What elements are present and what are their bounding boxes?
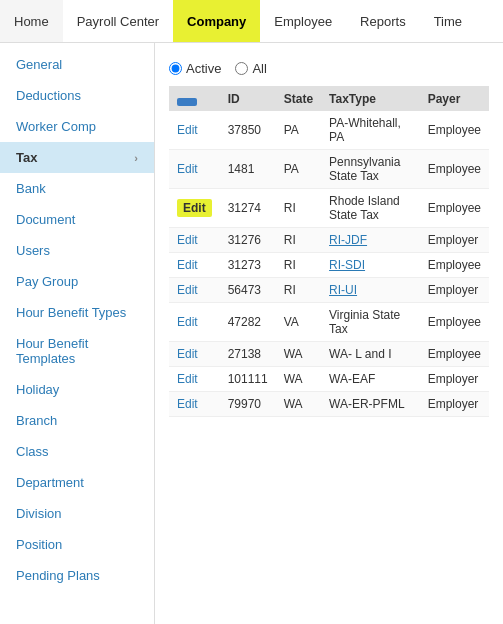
sidebar-item-position[interactable]: Position — [0, 529, 154, 560]
table-row: Edit56473RIRI-UIEmployer — [169, 278, 489, 303]
edit-button-row-8[interactable]: Edit — [177, 372, 198, 386]
sidebar-item-branch[interactable]: Branch — [0, 405, 154, 436]
sidebar-item-hour-benefit-templates[interactable]: Hour Benefit Templates — [0, 328, 154, 374]
sidebar-item-label: Department — [16, 475, 84, 490]
table-cell-id: 101111 — [220, 367, 276, 392]
table-row: Edit27138WAWA- L and IEmployee — [169, 342, 489, 367]
sidebar-item-general[interactable]: General — [0, 49, 154, 80]
edit-button-row-3[interactable]: Edit — [177, 233, 198, 247]
sidebar-item-department[interactable]: Department — [0, 467, 154, 498]
sidebar-item-label: Pending Plans — [16, 568, 100, 583]
table-cell-payer: Employer — [420, 228, 489, 253]
table-cell-id: 27138 — [220, 342, 276, 367]
table-cell-taxtype: Rhode Island State Tax — [321, 189, 420, 228]
table-header-row: ID State TaxType Payer — [169, 86, 489, 111]
table-cell-edit: Edit — [169, 278, 220, 303]
edit-button-row-7[interactable]: Edit — [177, 347, 198, 361]
table-cell-id: 79970 — [220, 392, 276, 417]
table-cell-edit: Edit — [169, 150, 220, 189]
tax-table: ID State TaxType Payer Edit37850PAPA-Whi… — [169, 86, 489, 417]
edit-button-row-1[interactable]: Edit — [177, 162, 198, 176]
top-nav-item-employee[interactable]: Employee — [260, 0, 346, 42]
table-cell-state: RI — [276, 278, 321, 303]
filter-active-label[interactable]: Active — [169, 61, 221, 76]
table-row: Edit31274RIRhode Island State TaxEmploye… — [169, 189, 489, 228]
table-cell-taxtype: PA-Whitehall, PA — [321, 111, 420, 150]
col-header-state: State — [276, 86, 321, 111]
top-nav-item-time[interactable]: Time — [420, 0, 476, 42]
top-nav-item-company[interactable]: Company — [173, 0, 260, 42]
table-cell-state: RI — [276, 189, 321, 228]
sidebar-item-holiday[interactable]: Holiday — [0, 374, 154, 405]
sidebar-item-label: Position — [16, 537, 62, 552]
table-cell-taxtype: WA- L and I — [321, 342, 420, 367]
table-cell-taxtype: WA-EAF — [321, 367, 420, 392]
sidebar-item-class[interactable]: Class — [0, 436, 154, 467]
col-header-id: ID — [220, 86, 276, 111]
table-cell-state: RI — [276, 228, 321, 253]
edit-button-row-0[interactable]: Edit — [177, 123, 198, 137]
edit-button-row-9[interactable]: Edit — [177, 397, 198, 411]
sidebar-item-pay-group[interactable]: Pay Group — [0, 266, 154, 297]
sidebar-item-label: Pay Group — [16, 274, 78, 289]
sidebar-item-division[interactable]: Division — [0, 498, 154, 529]
sidebar-item-label: Branch — [16, 413, 57, 428]
table-cell-taxtype[interactable]: RI-JDF — [321, 228, 420, 253]
col-header-action — [169, 86, 220, 111]
add-button[interactable] — [177, 98, 197, 106]
table-cell-payer: Employee — [420, 150, 489, 189]
taxtype-link[interactable]: RI-UI — [329, 283, 357, 297]
edit-button-row-2[interactable]: Edit — [177, 199, 212, 217]
sidebar: GeneralDeductionsWorker CompTax›BankDocu… — [0, 43, 155, 624]
edit-button-row-5[interactable]: Edit — [177, 283, 198, 297]
edit-button-row-6[interactable]: Edit — [177, 315, 198, 329]
sidebar-item-document[interactable]: Document — [0, 204, 154, 235]
taxtype-link[interactable]: RI-SDI — [329, 258, 365, 272]
table-cell-edit: Edit — [169, 303, 220, 342]
table-cell-state: VA — [276, 303, 321, 342]
table-cell-payer: Employee — [420, 342, 489, 367]
top-nav-item-payroll-center[interactable]: Payroll Center — [63, 0, 173, 42]
main-layout: GeneralDeductionsWorker CompTax›BankDocu… — [0, 43, 503, 624]
edit-button-row-4[interactable]: Edit — [177, 258, 198, 272]
table-cell-id: 31276 — [220, 228, 276, 253]
sidebar-item-label: Bank — [16, 181, 46, 196]
table-cell-payer: Employer — [420, 278, 489, 303]
table-row: Edit47282VAVirginia State TaxEmployee — [169, 303, 489, 342]
table-row: Edit101111WAWA-EAFEmployer — [169, 367, 489, 392]
tax-table-body: Edit37850PAPA-Whitehall, PAEmployeeEdit1… — [169, 111, 489, 417]
table-cell-taxtype[interactable]: RI-SDI — [321, 253, 420, 278]
sidebar-item-label: Worker Comp — [16, 119, 96, 134]
table-cell-payer: Employee — [420, 303, 489, 342]
sidebar-item-worker-comp[interactable]: Worker Comp — [0, 111, 154, 142]
table-cell-state: RI — [276, 253, 321, 278]
filter-all-radio[interactable] — [235, 62, 248, 75]
filter-all-label[interactable]: All — [235, 61, 266, 76]
sidebar-item-hour-benefit-types[interactable]: Hour Benefit Types — [0, 297, 154, 328]
sidebar-item-bank[interactable]: Bank — [0, 173, 154, 204]
table-cell-state: WA — [276, 342, 321, 367]
top-nav-item-home[interactable]: Home — [0, 0, 63, 42]
table-cell-id: 37850 — [220, 111, 276, 150]
sidebar-item-users[interactable]: Users — [0, 235, 154, 266]
filter-active-radio[interactable] — [169, 62, 182, 75]
taxtype-link[interactable]: RI-JDF — [329, 233, 367, 247]
sidebar-item-label: Users — [16, 243, 50, 258]
sidebar-item-pending-plans[interactable]: Pending Plans — [0, 560, 154, 591]
table-cell-payer: Employer — [420, 367, 489, 392]
table-cell-state: WA — [276, 367, 321, 392]
table-cell-state: PA — [276, 150, 321, 189]
table-cell-taxtype[interactable]: RI-UI — [321, 278, 420, 303]
table-cell-payer: Employee — [420, 111, 489, 150]
top-nav-item-reports[interactable]: Reports — [346, 0, 420, 42]
table-cell-id: 56473 — [220, 278, 276, 303]
sidebar-item-label: Holiday — [16, 382, 59, 397]
sidebar-item-deductions[interactable]: Deductions — [0, 80, 154, 111]
table-row: Edit31276RIRI-JDFEmployer — [169, 228, 489, 253]
sidebar-item-tax[interactable]: Tax› — [0, 142, 154, 173]
main-content-area: Active All ID State TaxType Payer — [155, 43, 503, 624]
table-row: Edit31273RIRI-SDIEmployee — [169, 253, 489, 278]
table-cell-id: 31273 — [220, 253, 276, 278]
sidebar-item-label: Hour Benefit Templates — [16, 336, 138, 366]
table-cell-state: WA — [276, 392, 321, 417]
